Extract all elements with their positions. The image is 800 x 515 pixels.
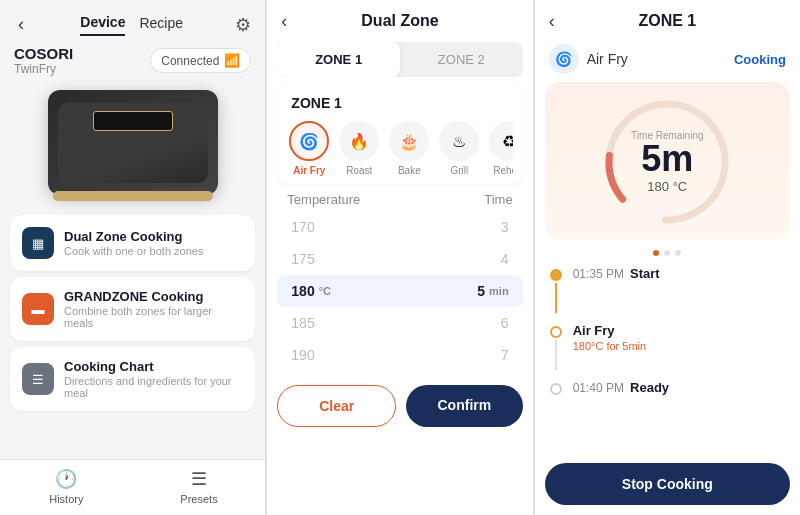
history-label: History bbox=[49, 493, 83, 505]
confirm-button[interactable]: Confirm bbox=[406, 385, 523, 427]
temp-selected-group: 180 °C bbox=[291, 283, 331, 299]
temperature-display: 180 °C bbox=[647, 179, 687, 194]
panel3-back-icon[interactable]: ‹ bbox=[549, 11, 555, 32]
device-base bbox=[53, 191, 213, 201]
presets-icon: ☰ bbox=[191, 468, 207, 490]
zone-tab-2[interactable]: ZONE 2 bbox=[400, 42, 523, 77]
roast-label: Roast bbox=[346, 165, 372, 176]
panel-device: ‹ Device Recipe ⚙ COSORI TwinFry Connect… bbox=[0, 0, 265, 515]
menu-item-dualzone[interactable]: ▦ Dual Zone Cooking Cook with one or bot… bbox=[10, 215, 255, 271]
time-header: Time bbox=[484, 192, 512, 207]
tab-device[interactable]: Device bbox=[80, 14, 125, 36]
wifi-icon: 📶 bbox=[224, 53, 240, 68]
mode-airfry[interactable]: 🌀 Air Fry bbox=[287, 121, 331, 176]
grandzone-title: GRANDZONE Cooking bbox=[64, 289, 243, 304]
mode-roast[interactable]: 🔥 Roast bbox=[337, 121, 381, 176]
tl-content-airfry: Air Fry 180°C for 5min bbox=[573, 323, 647, 352]
menu-icon-dualzone: ▦ bbox=[22, 227, 54, 259]
ready-title: Ready bbox=[630, 380, 669, 395]
zone-mode-name: Air Fry bbox=[587, 51, 628, 67]
panel-zone1: ‹ ZONE 1 🌀 Air Fry Cooking Time Remainin… bbox=[535, 0, 800, 515]
bake-icon: 🎂 bbox=[389, 121, 429, 161]
tab-bar: Device Recipe bbox=[80, 14, 183, 36]
panel2-header: ‹ Dual Zone bbox=[267, 0, 532, 42]
time-val-0: 3 bbox=[501, 219, 509, 235]
tl-content-ready: 01:40 PM Ready bbox=[573, 380, 669, 397]
zone-mode-icon: 🌀 bbox=[549, 44, 579, 74]
menu-text-dualzone: Dual Zone Cooking Cook with one or both … bbox=[64, 229, 203, 257]
picker-row-0[interactable]: 170 3 bbox=[277, 211, 522, 243]
picker-rows: 170 3 175 4 180 °C 5 min 185 6 bbox=[277, 211, 522, 371]
connected-label: Connected bbox=[161, 54, 219, 68]
temp-val-3: 185 bbox=[291, 315, 314, 331]
panel3-title: ZONE 1 bbox=[638, 12, 696, 30]
stop-cooking-button[interactable]: Stop Cooking bbox=[545, 463, 790, 505]
menu-icon-chart: ☰ bbox=[22, 363, 54, 395]
dot-3 bbox=[675, 250, 681, 256]
time-unit: min bbox=[489, 285, 509, 297]
temp-val-0: 170 bbox=[291, 219, 314, 235]
device-image bbox=[48, 90, 218, 195]
bottom-nav-history[interactable]: 🕐 History bbox=[0, 460, 133, 515]
mode-grill[interactable]: ♨ Grill bbox=[437, 121, 481, 176]
menu-text-chart: Cooking Chart Directions and ingredients… bbox=[64, 359, 243, 399]
time-val-4: 7 bbox=[501, 347, 509, 363]
picker-header: Temperature Time bbox=[277, 192, 522, 207]
dualzone-title: Dual Zone Cooking bbox=[64, 229, 203, 244]
picker-row-3[interactable]: 185 6 bbox=[277, 307, 522, 339]
panel2-back-icon[interactable]: ‹ bbox=[281, 11, 287, 32]
history-icon: 🕐 bbox=[55, 468, 77, 490]
panel1-header: ‹ Device Recipe ⚙ bbox=[0, 0, 265, 41]
menu-list: ▦ Dual Zone Cooking Cook with one or bot… bbox=[0, 207, 265, 459]
picker-row-4[interactable]: 190 7 bbox=[277, 339, 522, 371]
roast-icon: 🔥 bbox=[339, 121, 379, 161]
presets-label: Presets bbox=[180, 493, 217, 505]
tl-dot-airfry bbox=[550, 326, 562, 338]
airfry-icon: 🌀 bbox=[289, 121, 329, 161]
panel-dualzone: ‹ Dual Zone ZONE 1 ZONE 2 ZONE 1 🌀 Air F… bbox=[266, 0, 533, 515]
tl-line-start bbox=[555, 283, 557, 313]
reheat-icon: ♻ bbox=[489, 121, 512, 161]
bottom-nav: 🕐 History ☰ Presets bbox=[0, 459, 265, 515]
device-display bbox=[93, 111, 173, 131]
time-selected-group: 5 min bbox=[477, 283, 508, 299]
tab-recipe[interactable]: Recipe bbox=[139, 15, 183, 35]
bottom-nav-presets[interactable]: ☰ Presets bbox=[133, 460, 266, 515]
settings-icon[interactable]: ⚙ bbox=[235, 14, 251, 36]
tl-dot-ready bbox=[550, 383, 562, 395]
menu-item-grandzone[interactable]: ▬ GRANDZONE Cooking Combine both zones f… bbox=[10, 277, 255, 341]
zone-section: ZONE 1 🌀 Air Fry 🔥 Roast 🎂 Bake ♨ Grill … bbox=[277, 85, 522, 184]
start-time: 01:35 PM bbox=[573, 267, 624, 281]
picker-row-2-selected[interactable]: 180 °C 5 min bbox=[277, 275, 522, 307]
cooking-modes: 🌀 Air Fry 🔥 Roast 🎂 Bake ♨ Grill ♻ Rehea… bbox=[287, 121, 512, 184]
mode-reheat[interactable]: ♻ Reheat bbox=[487, 121, 512, 176]
back-icon[interactable]: ‹ bbox=[14, 12, 28, 37]
temp-val-2: 180 bbox=[291, 283, 314, 299]
grill-label: Grill bbox=[450, 165, 468, 176]
zone-tab-bar: ZONE 1 ZONE 2 bbox=[277, 42, 522, 77]
tl-dot-start bbox=[550, 269, 562, 281]
cooking-timeline: 01:35 PM Start Air Fry 180°C for 5min bbox=[535, 262, 800, 457]
grandzone-icon: ▬ bbox=[32, 302, 45, 317]
mode-bake[interactable]: 🎂 Bake bbox=[387, 121, 431, 176]
temp-unit: °C bbox=[319, 285, 331, 297]
chart-title: Cooking Chart bbox=[64, 359, 243, 374]
menu-item-chart[interactable]: ☰ Cooking Chart Directions and ingredien… bbox=[10, 347, 255, 411]
brand-row: COSORI TwinFry Connected 📶 bbox=[0, 41, 265, 82]
tl-left-airfry bbox=[549, 323, 563, 370]
temp-val-4: 190 bbox=[291, 347, 314, 363]
clear-button[interactable]: Clear bbox=[277, 385, 396, 427]
grandzone-subtitle: Combine both zones for larger meals bbox=[64, 305, 243, 329]
chart-subtitle: Directions and ingredients for your meal bbox=[64, 375, 243, 399]
picker-row-1[interactable]: 175 4 bbox=[277, 243, 522, 275]
timeline-ready: 01:40 PM Ready bbox=[549, 380, 786, 397]
device-body bbox=[58, 103, 208, 183]
time-val-3: 6 bbox=[501, 315, 509, 331]
tl-line-airfry bbox=[555, 340, 557, 370]
grill-icon: ♨ bbox=[439, 121, 479, 161]
zone-tab-1[interactable]: ZONE 1 bbox=[277, 42, 400, 77]
brand-name: COSORI bbox=[14, 45, 73, 62]
panel2-title: Dual Zone bbox=[361, 12, 438, 30]
tl-left-start bbox=[549, 266, 563, 313]
timer-inner: Time Remaining 5m 180 °C bbox=[631, 130, 703, 194]
